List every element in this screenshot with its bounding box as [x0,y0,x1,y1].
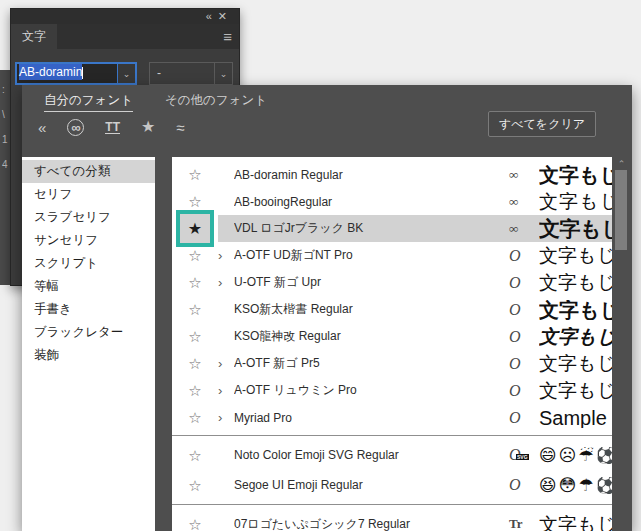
font-row-main[interactable]: › Myriad Pro O Sample [218,404,612,431]
font-row-main[interactable]: Segoe UI Emoji Regular O 😆😳☂⚽♻🌧 [218,470,612,500]
favorite-star-cell[interactable]: ☆ [172,383,218,398]
font-row-main[interactable]: VDL ロゴJrブラック BK ∞ 文字もじモジ [218,215,612,242]
font-list: ☆ AB-doramin Regular ∞ 文字もじモジ ☆ AB-booin… [172,157,612,531]
font-row-main[interactable]: › A-OTF 新ゴ Pr5 O 文字もじモジ [218,350,612,377]
favorite-star-cell[interactable]: ☆ [172,517,218,531]
font-list-item[interactable]: ☆ › A-OTF 新ゴ Pr5 O 文字もじモジ [172,350,612,377]
favorite-star-icon[interactable]: ☆ [188,410,201,425]
favorite-star-cell[interactable]: ☆ [172,275,218,290]
tab-more-fonts[interactable]: その他のフォント [165,92,267,112]
font-row-main[interactable]: KSO新太楷書 Regular O 文字もじモジ [218,296,612,323]
font-row-main[interactable]: KSO龍神改 Regular O 文字もじモジ [218,323,612,350]
font-list-item[interactable]: ☆ Noto Color Emoji SVG Regular OSVG 😄☹☔⚽… [172,440,612,470]
classification-item[interactable]: セリフ [22,183,155,206]
font-name: AB-booingRegular [234,195,509,209]
scrollbar[interactable]: ⌃ [614,157,629,531]
expand-family-chevron-icon[interactable]: › [218,248,234,263]
favorite-star-cell[interactable]: ☆ [172,248,218,263]
expand-family-chevron-icon[interactable]: › [218,275,234,290]
scrollbar-thumb[interactable] [615,170,627,250]
font-sample-text: 文字もじモジ [539,218,612,239]
font-list-item[interactable]: ☆ › Myriad Pro O Sample [172,404,612,431]
classification-item[interactable]: 等幅 [22,275,155,298]
font-row-main[interactable]: Noto Color Emoji SVG Regular OSVG 😄☹☔⚽♻🌦 [218,440,612,470]
tab-my-fonts[interactable]: 自分のフォント [44,92,133,112]
favorite-star-cell[interactable]: ☆ [172,194,218,209]
favorite-star-icon[interactable]: ☆ [188,167,201,182]
font-name: KSO新太楷書 Regular [234,301,509,318]
font-style-select[interactable]: - ⌄ [149,62,233,85]
favorites-filter-icon[interactable]: ★ [141,119,155,135]
font-family-dropdown-arrow-icon[interactable]: ⌄ [117,64,135,83]
favorite-star-cell[interactable]: ☆ [172,356,218,371]
font-name: A-OTF リュウミン Pro [234,382,509,399]
favorite-star-icon[interactable]: ☆ [188,302,201,317]
favorite-star-cell[interactable]: ☆ [172,302,218,317]
close-panel-icon[interactable]: ✕ [218,10,233,22]
text-caret [82,67,83,79]
font-name: Segoe UI Emoji Regular [234,478,509,492]
classification-item[interactable]: スクリプト [22,252,155,275]
font-list-item[interactable]: ☆ 07ロゴたいぷゴシック7 Regular Tr 文字もじモジ [172,509,612,531]
fragment-glyph: \ [2,109,10,120]
font-list-item[interactable]: ☆ › A-OTF UD新ゴNT Pro O 文字もじモジ [172,242,612,269]
font-list-item[interactable]: ★ VDL ロゴJrブラック BK ∞ 文字もじモジ [172,215,612,242]
font-row-main[interactable]: AB-booingRegular ∞ 文字もじモジ [218,188,612,215]
collapse-panel-icon[interactable]: « [206,10,218,22]
favorite-star-icon[interactable]: ☆ [188,517,201,531]
font-list-item[interactable]: ☆ › A-OTF リュウミン Pro O 文字もじモジ [172,377,612,404]
favorite-star-cell[interactable]: ☆ [172,167,218,182]
font-family-value: AB-doramin [19,64,82,80]
font-style-dropdown-arrow-icon[interactable]: ⌄ [214,63,232,84]
classification-item[interactable]: 装飾 [22,344,155,367]
font-list-item[interactable]: ☆ Segoe UI Emoji Regular O 😆😳☂⚽♻🌧 [172,470,612,500]
favorite-star-icon[interactable]: ☆ [188,329,201,344]
favorite-star-icon[interactable]: ☆ [188,248,201,263]
font-list-item[interactable]: ☆ AB-booingRegular ∞ 文字もじモジ [172,188,612,215]
favorite-star-icon[interactable]: ☆ [188,383,201,398]
font-row-main[interactable]: AB-doramin Regular ∞ 文字もじモジ [218,161,612,188]
font-list-item[interactable]: ☆ AB-doramin Regular ∞ 文字もじモジ [172,161,612,188]
font-row-main[interactable]: › A-OTF UD新ゴNT Pro O 文字もじモジ [218,242,612,269]
classification-filter-icon[interactable]: TT [105,121,120,134]
font-family-input[interactable]: AB-doramin ⌄ [15,62,137,85]
classification-item[interactable]: スラブセリフ [22,206,155,229]
expand-family-chevron-icon[interactable]: › [218,383,234,398]
favorite-star-cell[interactable]: ☆ [172,329,218,344]
group-divider [172,504,612,505]
font-list-item[interactable]: ☆ › U-OTF 新ゴ Upr O 文字もじモジ [172,269,612,296]
back-icon[interactable]: « [38,120,46,135]
expand-family-chevron-icon[interactable]: › [218,356,234,371]
font-list-item[interactable]: ☆ KSO龍神改 Regular O 文字もじモジ [172,323,612,350]
clear-all-button[interactable]: すべてをクリア [488,111,596,137]
favorite-star-icon[interactable]: ★ [188,221,202,237]
creative-cloud-filter-icon[interactable]: ∞ [67,119,84,136]
font-row-main[interactable]: › A-OTF リュウミン Pro O 文字もじモジ [218,377,612,404]
character-panel-titlebar: «✕ [11,9,239,24]
font-type-icon: O [509,355,539,373]
panel-menu-icon[interactable]: ≡ [223,28,232,45]
font-row-main[interactable]: › U-OTF 新ゴ Upr O 文字もじモジ [218,269,612,296]
expand-family-chevron-icon[interactable]: › [218,410,234,425]
favorite-star-cell[interactable]: ☆ [172,410,218,425]
font-type-icon: O [509,476,539,494]
font-list-item[interactable]: ☆ KSO新太楷書 Regular O 文字もじモジ [172,296,612,323]
favorite-star-icon[interactable]: ☆ [188,194,201,209]
favorite-star-icon[interactable]: ☆ [188,478,201,493]
scroll-up-icon[interactable]: ⌃ [614,159,629,169]
classification-sidebar: すべての分類セリフスラブセリフサンセリフスクリプト等幅手書きブラックレター装飾 [22,157,155,531]
tab-character[interactable]: 文字 [11,24,57,49]
font-sample-text: 文字もじモジ [539,300,612,320]
favorite-star-icon[interactable]: ☆ [188,275,201,290]
favorite-star-cell[interactable]: ☆ [172,478,218,493]
favorite-star-cell[interactable]: ☆ [172,448,218,463]
classification-item[interactable]: すべての分類 [22,160,155,183]
classification-item[interactable]: サンセリフ [22,229,155,252]
favorite-star-cell[interactable]: ★ [172,210,218,247]
favorite-star-icon[interactable]: ☆ [188,448,201,463]
classification-item[interactable]: 手書き [22,298,155,321]
font-row-main[interactable]: 07ロゴたいぷゴシック7 Regular Tr 文字もじモジ [218,509,612,531]
classification-item[interactable]: ブラックレター [22,321,155,344]
favorite-star-icon[interactable]: ☆ [188,356,201,371]
similar-fonts-filter-icon[interactable]: ≈ [176,120,184,135]
